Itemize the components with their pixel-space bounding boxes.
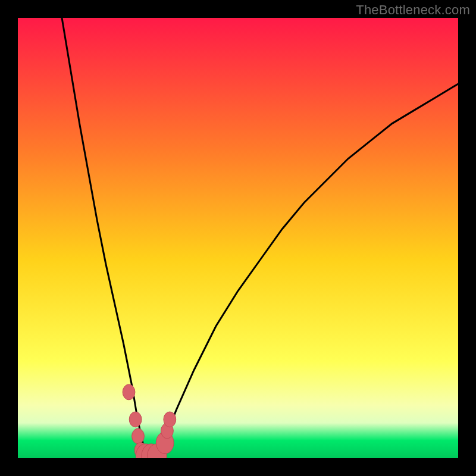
data-marker (123, 384, 135, 400)
data-marker (129, 412, 142, 427)
gradient-background (18, 18, 458, 458)
data-marker (164, 412, 176, 427)
data-marker (132, 428, 145, 444)
bottleneck-chart (18, 18, 458, 458)
chart-frame (18, 18, 458, 458)
watermark-text: TheBottleneck.com (356, 2, 470, 18)
